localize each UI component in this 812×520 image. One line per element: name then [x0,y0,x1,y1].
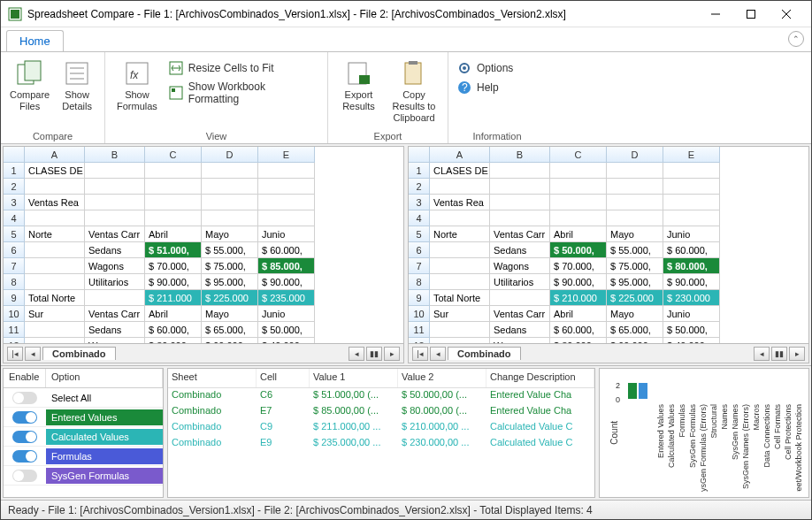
results-header-v2[interactable]: Value 2 [398,369,486,387]
grid-cell[interactable]: Mayo [202,306,258,322]
row-header[interactable]: 2 [4,179,25,195]
grid-cell[interactable]: $ 55.000, [202,242,258,258]
col-header[interactable]: A [25,147,85,163]
col-header[interactable]: A [430,147,490,163]
nav-prev-icon[interactable]: ◂ [430,347,446,361]
grid-cell[interactable]: Sedans [85,322,145,338]
row-header[interactable]: 6 [4,242,25,258]
results-row[interactable]: CombinadoE7$ 85.000,00 (...$ 80.000,00 (… [168,404,594,420]
results-header-sheet[interactable]: Sheet [168,369,257,387]
grid-cell[interactable]: $ 80.000, [663,258,720,274]
grid-cell[interactable]: Utilitarios [490,274,550,290]
grid-cell[interactable] [663,179,720,195]
toggle-entered-values[interactable] [12,411,37,424]
results-header-v1[interactable]: Value 1 [310,369,398,387]
row-header[interactable]: 2 [409,179,430,195]
row-header[interactable]: 9 [4,290,25,306]
collapse-ribbon-icon[interactable]: ⌃ [788,31,804,47]
toggle-calculated-values[interactable] [12,431,37,443]
row-header[interactable]: 5 [409,226,430,242]
scroll-right-icon[interactable]: ▸ [789,347,805,361]
grid-cell[interactable]: $ 55.000, [607,242,663,258]
grid-cell[interactable] [258,195,315,210]
scroll-left-icon[interactable]: ◂ [754,347,770,361]
row-header[interactable]: 10 [4,306,25,322]
option-calculated-values[interactable]: Calculated Values [4,427,163,447]
grid-cell[interactable] [490,290,550,306]
col-header[interactable]: E [258,147,315,163]
results-header-cell[interactable]: Cell [257,369,310,387]
export-results-button[interactable]: Export Results [335,57,382,114]
grid-cell[interactable]: Ventas Rea [25,195,85,210]
grid-cell[interactable] [490,195,550,210]
row-header[interactable]: 8 [4,274,25,290]
grid-cell[interactable]: CLASES DE [25,163,85,179]
results-row[interactable]: CombinadoE9$ 235.000,00 ...$ 230.000,00 … [168,436,594,452]
maximize-button[interactable] [733,2,769,27]
grid-cell[interactable]: $ 90.000, [258,274,315,290]
col-header[interactable]: B [85,147,145,163]
grid-cell[interactable]: $ 75.000, [202,258,258,274]
grid-cell[interactable] [25,242,85,258]
grid-cell[interactable] [607,210,663,226]
grid-cell[interactable]: $ 50.000, [550,242,607,258]
grid-cell[interactable]: $ 75.000, [607,258,663,274]
row-header[interactable]: 10 [409,306,430,322]
row-header[interactable]: 1 [4,163,25,179]
grid-cell[interactable]: Ventas Carr [490,226,550,242]
show-formulas-button[interactable]: fx Show Formulas [112,57,162,114]
col-header[interactable]: E [663,147,720,163]
grid-cell[interactable] [145,179,202,195]
grid-cell[interactable] [85,163,145,179]
grid-cell[interactable] [663,210,720,226]
grid-cell[interactable]: CLASES DE [430,163,490,179]
row-header[interactable]: 6 [409,242,430,258]
grid-cell[interactable] [202,179,258,195]
row-header[interactable]: 4 [409,210,430,226]
grid-cell[interactable] [145,163,202,179]
grid-cell[interactable]: $ 60.000, [550,322,607,338]
sheet-tab[interactable]: Combinado [42,347,116,360]
grid-cell[interactable]: Abril [550,226,607,242]
grid-cell[interactable]: $ 235.000 [258,290,315,306]
grid-cell[interactable] [607,195,663,210]
col-header[interactable]: B [490,147,550,163]
grid-cell[interactable]: $ 225.000 [607,290,663,306]
grid-cell[interactable]: Abril [145,226,202,242]
option-select-all[interactable]: Select All [4,388,163,408]
grid-cell[interactable] [430,258,490,274]
toggle-formulas[interactable] [12,450,37,463]
grid-cell[interactable]: $ 65.000, [607,322,663,338]
col-header[interactable]: C [550,147,607,163]
grid-cell[interactable]: Ventas Carr [85,226,145,242]
show-details-button[interactable]: Show Details [57,57,97,114]
option-entered-values[interactable]: Entered Values [4,408,163,427]
grid-cell[interactable] [25,210,85,226]
grid-cell[interactable]: Ventas Rea [430,195,490,210]
grid-cell[interactable] [550,179,607,195]
compare-files-button[interactable]: Compare Files [8,57,51,114]
grid-cell[interactable] [85,210,145,226]
grid-cell[interactable]: Abril [145,306,202,322]
options-button[interactable]: Options [456,59,515,77]
grid-cell[interactable] [490,163,550,179]
grid-cell[interactable] [25,179,85,195]
grid-cell[interactable]: $ 60.000, [145,322,202,338]
grid-cell[interactable]: Sur [25,306,85,322]
grid-cell[interactable] [145,210,202,226]
grid-cell[interactable] [490,179,550,195]
copy-clipboard-button[interactable]: Copy Results to Clipboard [387,57,440,126]
row-header[interactable]: 1 [409,163,430,179]
grid-cell[interactable]: Sedans [85,242,145,258]
nav-first-icon[interactable]: |◂ [7,347,23,361]
col-header[interactable]: D [607,147,663,163]
grid-cell[interactable] [430,210,490,226]
grid-cell[interactable]: Junio [258,226,315,242]
grid-cell[interactable] [430,242,490,258]
tab-home[interactable]: Home [6,30,64,51]
scroll-thumb[interactable]: ▮▮ [771,347,787,361]
grid-cell[interactable]: $ 70.000, [145,258,202,274]
close-button[interactable] [769,2,804,27]
scroll-thumb[interactable]: ▮▮ [366,347,382,361]
grid-cell[interactable]: Total Norte [430,290,490,306]
